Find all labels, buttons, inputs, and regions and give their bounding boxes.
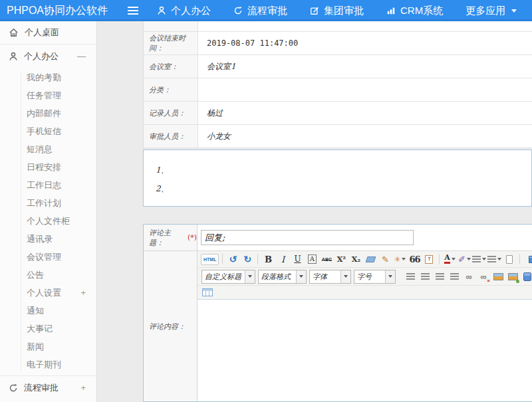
chevron-down-icon	[402, 258, 406, 260]
blockquote-button-glyph: 66	[409, 255, 420, 264]
font-color-button[interactable]: A	[443, 252, 456, 266]
expand-toggle-icon[interactable]: +	[80, 288, 86, 298]
field-label: 评论主题：	[149, 228, 186, 248]
sidebar-submenu: 我的考勤任务管理内部邮件手机短信短消息日程安排工作日志工作计划个人文件柜通讯录会…	[0, 67, 96, 375]
fullscreen-button[interactable]	[527, 252, 532, 266]
table-button[interactable]	[201, 286, 214, 299]
net-image-button-icon	[508, 273, 518, 280]
remove-format-button-icon	[365, 256, 376, 262]
remove-format-button[interactable]	[364, 252, 377, 266]
unlink-button-glyph: ∞	[480, 272, 486, 281]
redo-button[interactable]: ↻	[241, 252, 254, 266]
image-button[interactable]	[491, 270, 505, 283]
align-left-button[interactable]	[404, 270, 417, 283]
special-char-button[interactable]: ✳	[393, 252, 406, 266]
subject-input[interactable]	[201, 230, 414, 245]
justify-button-icon	[450, 273, 459, 280]
content-box[interactable]: 1、 2、	[143, 150, 532, 207]
source-button[interactable]: HTML	[201, 254, 219, 265]
new-page-button[interactable]	[503, 252, 516, 266]
blockquote-button[interactable]: 66	[408, 252, 421, 266]
subscript-button[interactable]: X₂	[349, 252, 362, 266]
comment-table: 评论主题： (*) 评论内容： HTML↺↻BIUAABCX²X₂✎✳66TA✐…	[143, 224, 532, 402]
sidebar-item-my-attendance[interactable]: 我的考勤	[0, 68, 96, 86]
new-page-button-icon	[506, 255, 513, 264]
edit-icon	[310, 6, 319, 15]
sidebar-item-news[interactable]: 新闻	[0, 338, 96, 355]
sidebar-item-work-log[interactable]: 工作日志	[0, 176, 96, 194]
field-value: 小龙女	[198, 125, 532, 148]
font-family-select[interactable]: 字体	[309, 270, 351, 284]
char-border-button[interactable]: A	[305, 252, 319, 266]
chevron-down-icon	[452, 258, 456, 260]
link-button[interactable]: ∞	[462, 270, 475, 283]
sidebar-item-memorabilia[interactable]: 大事记	[0, 320, 96, 338]
chevron-down-icon	[482, 258, 486, 260]
sidebar-item-mobile-sms[interactable]: 手机短信	[0, 122, 96, 140]
comment-subject-row: 评论主题： (*)	[144, 225, 532, 251]
justify-button[interactable]	[448, 270, 461, 283]
nav-more-apps[interactable]: 更多应用	[466, 5, 517, 17]
sidebar-item-work-plan[interactable]: 工作计划	[0, 194, 96, 212]
sidebar-item-label: 工作计划	[27, 197, 61, 209]
style-select[interactable]: 自定义标题	[201, 270, 255, 284]
unlink-button[interactable]: ∞	[477, 270, 490, 283]
undo-button[interactable]: ↺	[226, 252, 239, 266]
nav-personal-office[interactable]: 个人办公	[157, 5, 211, 17]
select-value: 自定义标题	[202, 272, 245, 282]
align-right-button[interactable]	[433, 270, 446, 283]
person-icon	[157, 6, 166, 15]
net-image-button[interactable]	[506, 270, 519, 283]
sidebar-item-e-journal[interactable]: 电子期刊	[0, 355, 96, 373]
comment-content-label: 评论内容：	[144, 251, 198, 401]
unordered-list-button[interactable]	[487, 252, 501, 266]
highlight-button[interactable]: ✐	[458, 252, 471, 266]
special-char-button-glyph: ✳	[394, 256, 400, 263]
collapse-toggle-icon[interactable]: —	[77, 51, 86, 61]
format-painter-button[interactable]: ✎	[378, 252, 392, 266]
align-center-button[interactable]	[418, 270, 432, 283]
media-button[interactable]	[521, 270, 532, 283]
paragraph-format-select[interactable]: 段落格式	[258, 270, 307, 284]
sidebar: 个人桌面个人办公—我的考勤任务管理内部邮件手机短信短消息日程安排工作日志工作计划…	[0, 21, 97, 402]
paste-word-button-glyph: T	[425, 255, 433, 264]
sidebar-item-label: 公告	[27, 269, 44, 281]
sidebar-item-meeting-management[interactable]: 会议管理	[0, 248, 96, 266]
form-row-category: 分类：	[144, 78, 532, 102]
strikethrough-button[interactable]: ABC	[320, 252, 333, 266]
bold-button[interactable]: B	[261, 252, 275, 266]
sidebar-item-personal-office[interactable]: 个人办公—	[0, 45, 96, 67]
content-line: 2、	[156, 179, 531, 198]
italic-button[interactable]: I	[276, 252, 289, 266]
sidebar-item-label: 手机短信	[27, 126, 61, 138]
sidebar-item-label: 流程审批	[24, 382, 59, 394]
underline-button[interactable]: U	[291, 252, 304, 266]
sidebar-item-short-message[interactable]: 短消息	[0, 140, 96, 158]
sidebar-item-personal-desktop[interactable]: 个人桌面	[0, 21, 96, 43]
paste-word-button[interactable]: T	[422, 252, 436, 266]
sidebar-item-notice[interactable]: 通知	[0, 302, 96, 320]
sidebar-item-personal-settings[interactable]: 个人设置+	[0, 284, 96, 302]
nav-group-approval[interactable]: 集团审批	[310, 5, 364, 17]
sidebar-item-internal-mail[interactable]: 内部邮件	[0, 104, 96, 122]
sidebar-item-label: 个人设置	[27, 287, 61, 299]
ordered-list-button[interactable]	[472, 252, 486, 266]
sidebar-item-personal-file-cabinet[interactable]: 个人文件柜	[0, 212, 96, 230]
hamburger-icon[interactable]	[128, 10, 138, 11]
sidebar-item-task-management[interactable]: 任务管理	[0, 86, 96, 104]
font-size-select[interactable]: 字号	[354, 270, 396, 284]
sidebar-item-contacts[interactable]: 通讯录	[0, 230, 96, 248]
sidebar-item-workflow-approval[interactable]: 流程审批+	[0, 377, 96, 399]
editor-content[interactable]	[198, 300, 532, 401]
italic-button-glyph: I	[281, 255, 285, 264]
sidebar-item-schedule[interactable]: 日程安排	[0, 158, 96, 176]
field-value: 2019-08-07 11:47:00	[198, 32, 532, 54]
collapse-toggle-icon[interactable]: +	[80, 383, 86, 393]
sidebar-item-announcement[interactable]: 公告	[0, 266, 96, 284]
nav-crm-system[interactable]: CRM系统	[386, 5, 443, 17]
form-row-meeting-end-time: 会议结束时间：2019-08-07 11:47:00	[144, 32, 532, 55]
chevron-down-icon	[340, 270, 350, 283]
nav-workflow-approval[interactable]: 流程审批	[233, 5, 287, 17]
superscript-button-glyph: X²	[337, 256, 346, 263]
superscript-button[interactable]: X²	[334, 252, 348, 266]
